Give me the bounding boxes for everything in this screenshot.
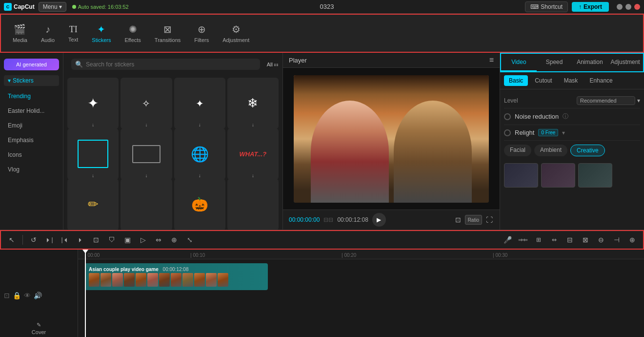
left-panel: AI generated ▾ Stickers Trending Easter … <box>0 53 283 230</box>
tab-speed[interactable]: Speed <box>537 54 572 71</box>
tl-trim-tool[interactable]: ⏵ <box>74 233 87 247</box>
sticker-cell-what[interactable]: WHAT...? ↓ <box>227 128 279 180</box>
sidebar-item-icons[interactable]: Icons <box>0 147 63 162</box>
search-input[interactable] <box>86 61 256 68</box>
tl-link-button[interactable]: ⇒⇐ <box>516 233 530 247</box>
sparkle-icon: ✦ <box>87 95 99 111</box>
track-hide-icon[interactable]: ⊡ <box>4 292 10 299</box>
relight-toggle[interactable] <box>504 129 511 136</box>
sticker-cell-pencil[interactable]: ✏ <box>67 179 119 230</box>
player-menu-icon[interactable]: ≡ <box>489 56 494 64</box>
toolbar-stickers[interactable]: ✦ Stickers <box>85 21 118 46</box>
maximize-button[interactable] <box>625 4 631 10</box>
player-header: Player ≡ <box>283 53 500 68</box>
sidebar-item-trending[interactable]: Trending <box>0 89 63 104</box>
fullscreen-fit-button[interactable]: ⊡ <box>454 215 462 225</box>
sidebar-item-easter[interactable]: Easter Holid... <box>0 104 63 118</box>
toolbar-adjustment[interactable]: ⚙ Adjustment <box>216 21 256 46</box>
toolbar-text[interactable]: TI Text <box>61 21 85 45</box>
subtab-enhance[interactable]: Enhance <box>584 75 617 86</box>
subtab-basic[interactable]: Basic <box>504 75 528 86</box>
sticker-cell-sparkle1[interactable]: ✦ ↓ <box>67 78 119 129</box>
tl-sync-button[interactable]: ⊞ <box>532 233 545 247</box>
tl-crop-tool[interactable]: ⤡ <box>183 233 197 247</box>
download-icon-7: ↓ <box>199 173 201 178</box>
sticker-cell-globe[interactable]: 🌐 ↓ <box>174 128 225 180</box>
tab-video[interactable]: Video <box>501 54 537 71</box>
sticker-cell-empty2[interactable] <box>227 179 279 230</box>
sidebar-item-emoji[interactable]: Emoji <box>0 118 63 133</box>
fullscreen-button[interactable]: ⛶ <box>485 215 494 225</box>
track-visible-icon[interactable]: 👁 <box>24 292 31 299</box>
facial-tabs: Facial Ambient Creative <box>504 141 640 160</box>
preview-thumb-2[interactable] <box>541 163 575 188</box>
track-lock-icon[interactable]: 🔒 <box>13 292 21 299</box>
tl-mic-button[interactable]: 🎤 <box>501 233 514 247</box>
facial-tab-facial[interactable]: Facial <box>504 145 531 156</box>
subtab-mask[interactable]: Mask <box>559 75 583 86</box>
tl-freeze-tool[interactable]: ⛉ <box>105 233 119 247</box>
tl-delete-tool[interactable]: ⊡ <box>89 233 103 247</box>
stickers-panel: 🔍 All ⚏ ✦ ↓ ✧ ↓ ✦ <box>63 53 282 230</box>
tab-adjustment[interactable]: Adjustment <box>607 54 643 71</box>
ai-generated-button[interactable]: AI generated <box>4 59 59 70</box>
download-icon-6: ↓ <box>145 173 147 178</box>
vlog-label: Vlog <box>8 166 20 173</box>
close-button[interactable] <box>634 4 640 10</box>
tl-zoom-out-button[interactable]: ⊖ <box>594 233 608 247</box>
sticker-cell-sparkle3[interactable]: ✦ ↓ <box>174 78 225 129</box>
toolbar-effects[interactable]: ✺ Effects <box>118 21 147 46</box>
preview-thumb-3[interactable] <box>578 163 612 188</box>
filter-button[interactable]: All ⚏ <box>267 61 279 67</box>
sidebar-item-emphasis[interactable]: Emphasis <box>0 133 63 147</box>
tl-detach-button[interactable]: ⊠ <box>579 233 592 247</box>
timeline-playhead[interactable] <box>85 250 86 337</box>
cover-edit-icon: ✎ <box>37 322 41 328</box>
sticker-cell-pumpkin[interactable]: 🎃 <box>174 179 225 230</box>
sticker-cell-sparkle2[interactable]: ✧ ↓ <box>121 78 172 129</box>
menu-button[interactable]: Menu ▾ <box>39 2 66 12</box>
tl-unlink-button[interactable]: ⇔ <box>547 233 561 247</box>
sticker-cell-rect-cyan[interactable]: ↓ <box>67 128 119 180</box>
download-icon-2: ↓ <box>145 122 147 127</box>
facial-tab-ambient[interactable]: Ambient <box>534 145 567 156</box>
tab-animation[interactable]: Animation <box>572 54 608 71</box>
tl-mirror-tool[interactable]: ⇔ <box>152 233 165 247</box>
track-audio-icon[interactable]: 🔊 <box>34 292 42 299</box>
what-sticker-icon: WHAT...? <box>239 150 266 158</box>
tl-zoom-in-button[interactable]: ⊕ <box>625 233 639 247</box>
tl-copy-tool[interactable]: ⊕ <box>167 233 181 247</box>
noise-toggle[interactable] <box>504 113 511 120</box>
sidebar-item-vlog[interactable]: Vlog <box>0 162 63 177</box>
tl-split-right-tool[interactable]: |⏴ <box>58 233 72 247</box>
preview-thumb-1[interactable] <box>504 163 538 188</box>
sticker-cell-empty1[interactable] <box>121 179 172 230</box>
tl-merge-button[interactable]: ⊣ <box>610 233 624 247</box>
toolbar-audio[interactable]: ♪ Audio <box>34 21 61 46</box>
tl-play-tool[interactable]: ▷ <box>136 233 150 247</box>
time-separator: ⊟⊟ <box>323 216 333 223</box>
sticker-cell-snowflake[interactable]: ❄ ↓ <box>227 78 279 129</box>
video-track[interactable]: Asian couple play video game 00:00:12:08 <box>85 263 268 290</box>
facial-tab-creative[interactable]: Creative <box>570 145 605 156</box>
cover-button[interactable]: ✎ Cover <box>2 322 76 335</box>
toolbar-transitions[interactable]: ⊠ Transitions <box>148 21 187 46</box>
play-button[interactable]: ▶ <box>372 213 386 227</box>
timeline-body: ⊡ 🔒 👁 🔊 ✎ Cover | 00:00 | 00:10 | 00:20 … <box>0 250 644 337</box>
shortcut-button[interactable]: ⌨ Shortcut <box>525 1 568 12</box>
tl-extract-button[interactable]: ⊟ <box>563 233 577 247</box>
minimize-button[interactable] <box>617 4 623 10</box>
icons-label: Icons <box>8 151 22 158</box>
export-button[interactable]: ↑ Export <box>572 2 609 12</box>
toolbar-filters[interactable]: ⊕ Filters <box>187 21 216 46</box>
tl-cursor-tool[interactable]: ↖ <box>5 233 19 247</box>
level-select[interactable]: Recommended <box>577 96 635 105</box>
tl-split-tool[interactable]: ▣ <box>121 233 134 247</box>
toolbar-media[interactable]: 🎬 Media <box>6 21 34 46</box>
video-scene <box>294 75 489 203</box>
ratio-button[interactable]: Ratio <box>465 215 482 225</box>
sticker-cell-rect-gray[interactable]: ↓ <box>121 128 172 180</box>
tl-split-left-tool[interactable]: ⏵| <box>42 233 56 247</box>
subtab-cutout[interactable]: Cutout <box>530 75 557 86</box>
tl-undo-tool[interactable]: ↺ <box>27 233 40 247</box>
